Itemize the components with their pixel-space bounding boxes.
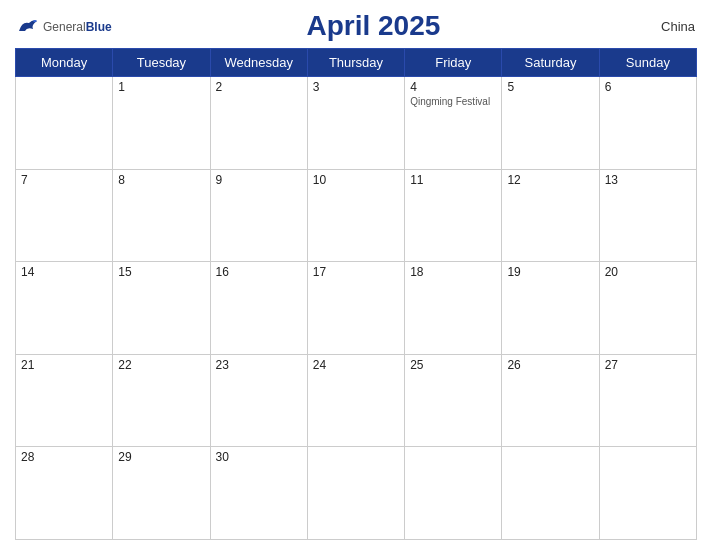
calendar-cell: 30	[210, 447, 307, 540]
calendar-cell: 5	[502, 77, 599, 170]
day-number: 11	[410, 173, 496, 187]
weekday-header-thursday: Thursday	[307, 49, 404, 77]
weekday-header-saturday: Saturday	[502, 49, 599, 77]
day-number: 5	[507, 80, 593, 94]
weekday-header-row: MondayTuesdayWednesdayThursdayFridaySatu…	[16, 49, 697, 77]
day-number: 10	[313, 173, 399, 187]
day-number: 19	[507, 265, 593, 279]
calendar-cell	[16, 77, 113, 170]
day-number: 14	[21, 265, 107, 279]
calendar-cell: 23	[210, 354, 307, 447]
calendar-cell: 19	[502, 262, 599, 355]
day-number: 4	[410, 80, 496, 94]
day-number: 17	[313, 265, 399, 279]
day-number: 12	[507, 173, 593, 187]
weekday-header-sunday: Sunday	[599, 49, 696, 77]
calendar-cell: 6	[599, 77, 696, 170]
calendar-table: MondayTuesdayWednesdayThursdayFridaySatu…	[15, 48, 697, 540]
month-title: April 2025	[112, 10, 635, 42]
calendar-cell: 2	[210, 77, 307, 170]
calendar-cell: 24	[307, 354, 404, 447]
calendar-cell: 27	[599, 354, 696, 447]
day-number: 24	[313, 358, 399, 372]
calendar-week-row: 282930	[16, 447, 697, 540]
calendar-cell: 14	[16, 262, 113, 355]
calendar-cell: 26	[502, 354, 599, 447]
day-number: 8	[118, 173, 204, 187]
calendar-cell: 8	[113, 169, 210, 262]
day-number: 28	[21, 450, 107, 464]
calendar-cell: 18	[405, 262, 502, 355]
day-number: 30	[216, 450, 302, 464]
calendar-cell: 12	[502, 169, 599, 262]
logo-bird-icon	[17, 17, 39, 35]
calendar-cell	[502, 447, 599, 540]
day-number: 21	[21, 358, 107, 372]
calendar-cell	[405, 447, 502, 540]
weekday-header-tuesday: Tuesday	[113, 49, 210, 77]
calendar-cell	[599, 447, 696, 540]
calendar-cell: 7	[16, 169, 113, 262]
calendar-cell: 25	[405, 354, 502, 447]
day-number: 6	[605, 80, 691, 94]
calendar-cell: 1	[113, 77, 210, 170]
day-number: 7	[21, 173, 107, 187]
calendar-cell: 13	[599, 169, 696, 262]
calendar-cell: 22	[113, 354, 210, 447]
day-number: 27	[605, 358, 691, 372]
calendar-week-row: 78910111213	[16, 169, 697, 262]
calendar-cell: 21	[16, 354, 113, 447]
calendar-week-row: 14151617181920	[16, 262, 697, 355]
calendar-header: GeneralBlue April 2025 China	[15, 10, 697, 42]
calendar-cell: 10	[307, 169, 404, 262]
calendar-cell: 11	[405, 169, 502, 262]
calendar-cell: 17	[307, 262, 404, 355]
weekday-header-wednesday: Wednesday	[210, 49, 307, 77]
day-number: 3	[313, 80, 399, 94]
calendar-cell: 28	[16, 447, 113, 540]
calendar-cell	[307, 447, 404, 540]
day-number: 23	[216, 358, 302, 372]
calendar-week-row: 21222324252627	[16, 354, 697, 447]
day-number: 18	[410, 265, 496, 279]
calendar-cell: 4Qingming Festival	[405, 77, 502, 170]
calendar-week-row: 1234Qingming Festival56	[16, 77, 697, 170]
day-number: 9	[216, 173, 302, 187]
day-number: 25	[410, 358, 496, 372]
weekday-header-friday: Friday	[405, 49, 502, 77]
calendar-cell: 16	[210, 262, 307, 355]
day-number: 29	[118, 450, 204, 464]
logo: GeneralBlue	[17, 17, 112, 35]
calendar-cell: 20	[599, 262, 696, 355]
day-number: 1	[118, 80, 204, 94]
calendar-cell: 15	[113, 262, 210, 355]
calendar-cell: 9	[210, 169, 307, 262]
day-number: 20	[605, 265, 691, 279]
calendar-cell: 3	[307, 77, 404, 170]
day-number: 22	[118, 358, 204, 372]
day-number: 16	[216, 265, 302, 279]
day-number: 15	[118, 265, 204, 279]
calendar-cell: 29	[113, 447, 210, 540]
day-number: 26	[507, 358, 593, 372]
event-label: Qingming Festival	[410, 96, 496, 107]
day-number: 13	[605, 173, 691, 187]
country-label: China	[635, 19, 695, 34]
weekday-header-monday: Monday	[16, 49, 113, 77]
logo-general-text: GeneralBlue	[43, 17, 112, 35]
day-number: 2	[216, 80, 302, 94]
